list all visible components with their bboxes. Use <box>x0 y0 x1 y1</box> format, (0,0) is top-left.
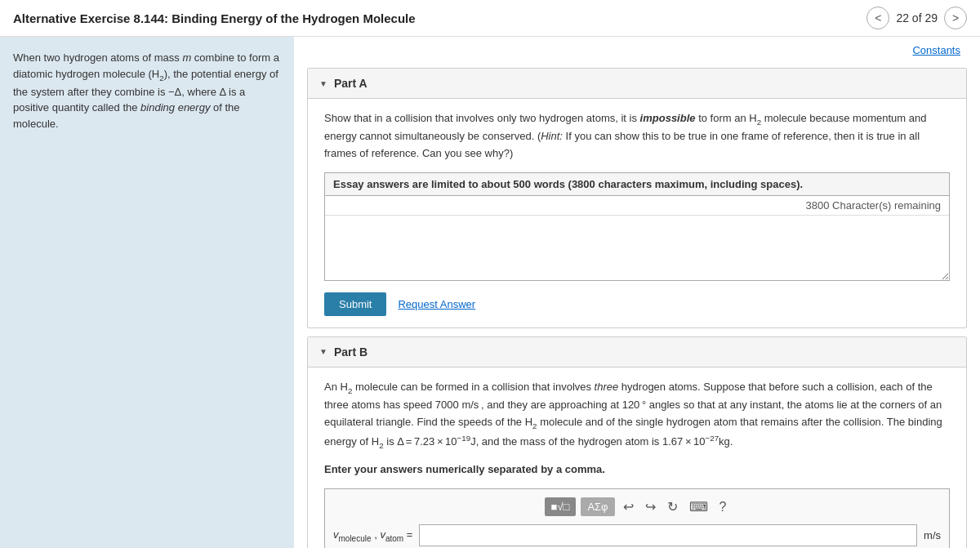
context-text: When two hydrogen atoms of mass m combin… <box>13 50 281 131</box>
part-b-header[interactable]: ▼ Part B <box>308 337 966 368</box>
numeric-input[interactable] <box>419 524 917 546</box>
part-a-section: ▼ Part A Show that in a collision that i… <box>307 68 967 328</box>
main-layout: When two hydrogen atoms of mass m combin… <box>0 37 980 548</box>
essay-remaining: 3800 Character(s) remaining <box>325 196 949 215</box>
content-panel: Constants ▼ Part A Show that in a collis… <box>294 37 980 548</box>
greek-icon: AΣφ <box>587 501 608 513</box>
part-b-body: An H2 molecule can be formed in a collis… <box>308 368 966 548</box>
nav-count: 22 of 29 <box>896 11 938 25</box>
next-button[interactable]: > <box>944 7 967 29</box>
part-a-label: Part A <box>334 77 368 90</box>
numeric-input-row: vmolecule , vatom = m/s <box>333 524 941 546</box>
redo-button[interactable]: ↪ <box>642 497 659 516</box>
part-b-question: An H2 molecule can be formed in a collis… <box>324 379 950 452</box>
constants-link[interactable]: Constants <box>912 44 960 56</box>
navigation-controls: < 22 of 29 > <box>866 7 967 29</box>
part-b-instruction: Enter your answers numerically separated… <box>324 461 950 479</box>
part-a-question: Show that in a collision that involves o… <box>324 110 950 163</box>
part-b-section: ▼ Part B An H2 molecule can be formed in… <box>307 336 967 548</box>
undo-button[interactable]: ↩ <box>620 497 637 516</box>
submit-row: Submit Request Answer <box>324 292 950 316</box>
part-b-collapse-icon: ▼ <box>319 347 327 356</box>
prev-button[interactable]: < <box>866 7 889 29</box>
math-toolbar: ■√□ AΣφ ↩ ↪ ↻ ⌨ ? <box>333 497 941 516</box>
unit-label: m/s <box>924 529 941 541</box>
essay-limit-text: Essay answers are limited to about 500 w… <box>325 173 949 196</box>
essay-box: Essay answers are limited to about 500 w… <box>324 172 950 281</box>
context-panel: When two hydrogen atoms of mass m combin… <box>0 37 294 548</box>
part-b-label: Part B <box>334 345 368 359</box>
fraction-button[interactable]: ■√□ <box>545 497 577 516</box>
constants-row: Constants <box>294 37 980 60</box>
page-header: Alternative Exercise 8.144: Binding Ener… <box>0 0 980 37</box>
part-a-collapse-icon: ▼ <box>319 79 327 88</box>
help-button[interactable]: ? <box>716 498 730 516</box>
submit-button[interactable]: Submit <box>324 292 386 316</box>
numeric-answer-box: ■√□ AΣφ ↩ ↪ ↻ ⌨ ? vmolecule <box>324 488 950 548</box>
part-a-header[interactable]: ▼ Part A <box>308 69 966 99</box>
request-answer-link[interactable]: Request Answer <box>398 298 475 310</box>
fraction-icon: ■√□ <box>551 501 570 513</box>
reload-button[interactable]: ↻ <box>664 497 681 516</box>
essay-textarea[interactable] <box>325 215 949 280</box>
keyboard-button[interactable]: ⌨ <box>686 497 711 516</box>
page-title: Alternative Exercise 8.144: Binding Ener… <box>13 11 416 25</box>
input-label: vmolecule , vatom = <box>333 528 412 543</box>
part-a-body: Show that in a collision that involves o… <box>308 99 966 327</box>
greek-button[interactable]: AΣφ <box>581 497 614 516</box>
